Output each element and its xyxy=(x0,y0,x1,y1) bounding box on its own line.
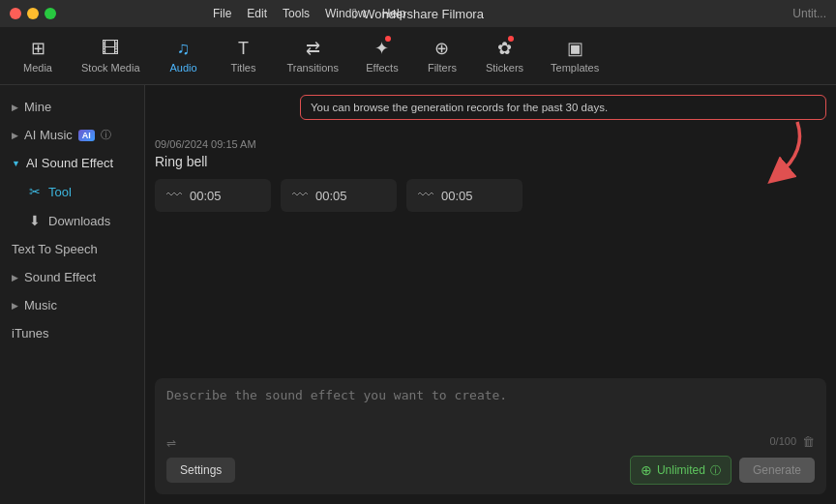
transitions-label: Transitions xyxy=(287,62,339,74)
sidebar-label-ai-music: AI Music xyxy=(24,128,73,142)
templates-label: Templates xyxy=(551,62,599,74)
gen-date: 09/06/2024 09:15 AM xyxy=(155,138,826,150)
menu-tools[interactable]: Tools xyxy=(283,7,310,20)
document-title: Untit... xyxy=(792,7,826,20)
sidebar-item-text-to-speech[interactable]: Text To Speech xyxy=(0,235,144,263)
menu-file[interactable]: File xyxy=(213,7,231,20)
tool-media[interactable]: ⊞ Media xyxy=(10,32,66,79)
music-expand: ▶ xyxy=(12,301,18,311)
generate-button[interactable]: Generate xyxy=(739,458,815,483)
sidebar: ▶ Mine ▶ AI Music AI ⓘ ▼ AI Sound Effect… xyxy=(0,85,145,504)
templates-icon: ▣ xyxy=(567,38,583,59)
unlimited-info-icon: ⓘ xyxy=(710,463,721,478)
tooltip-box: You can browse the generation records fo… xyxy=(300,95,826,120)
traffic-lights xyxy=(10,8,56,19)
tool-icon: ✂ xyxy=(27,184,43,199)
main-layout: ▶ Mine ▶ AI Music AI ⓘ ▼ AI Sound Effect… xyxy=(0,85,836,504)
tool-templates[interactable]: ▣ Templates xyxy=(539,32,611,79)
menu-edit[interactable]: Edit xyxy=(247,7,267,20)
toolbar: ⊞ Media 🎞 Stock Media ♫ Audio T Titles ⇄… xyxy=(0,27,836,85)
content-area: You can browse the generation records fo… xyxy=(145,85,836,504)
sidebar-item-ai-music[interactable]: ▶ AI Music AI ⓘ xyxy=(0,121,144,149)
audio-icon: ♫ xyxy=(177,39,191,59)
media-label: Media xyxy=(23,62,52,74)
expand-icon: ▶ xyxy=(12,103,18,112)
duration-1: 00:05 xyxy=(190,189,222,203)
tooltip-text: You can browse the generation records fo… xyxy=(311,102,608,113)
titles-icon: T xyxy=(238,39,249,59)
sidebar-item-sound-effect[interactable]: ▶ Sound Effect xyxy=(0,263,144,291)
stickers-icon: ✿ xyxy=(497,38,512,59)
expand-icon-ai: ▶ xyxy=(12,131,18,140)
unlimited-label: Unlimited xyxy=(657,463,705,477)
sidebar-item-music[interactable]: ▶ Music xyxy=(0,291,144,319)
filters-icon: ⊕ xyxy=(434,38,449,59)
tool-audio[interactable]: ♫ Audio xyxy=(156,33,212,79)
sound-effect-expand: ▶ xyxy=(12,273,18,282)
duration-2: 00:05 xyxy=(315,189,347,203)
sidebar-label-itunes: iTunes xyxy=(12,326,49,341)
unlimited-button[interactable]: ⊕ Unlimited ⓘ xyxy=(630,456,732,485)
waveform-icon-1: 〰 xyxy=(166,187,182,204)
sound-card-1[interactable]: 〰 00:05 xyxy=(155,179,271,212)
sound-cards: 〰 00:05 〰 00:05 〰 00:05 xyxy=(155,179,826,212)
stock-media-label: Stock Media xyxy=(81,62,140,74)
menu-window[interactable]: Window xyxy=(325,7,367,20)
generated-section: 09/06/2024 09:15 AM Ring bell 〰 00:05 〰 … xyxy=(155,138,826,212)
transitions-icon: ⇄ xyxy=(306,38,320,59)
effects-icon: ✦ xyxy=(374,38,389,59)
shuffle-icon[interactable]: ⇌ xyxy=(166,436,176,450)
waveform-icon-3: 〰 xyxy=(418,187,433,204)
tool-stock-media[interactable]: 🎞 Stock Media xyxy=(70,33,152,79)
close-button[interactable] xyxy=(10,8,21,19)
unlimited-icon: ⊕ xyxy=(641,462,652,478)
menu-help[interactable]: Help xyxy=(382,7,406,20)
sidebar-item-mine[interactable]: ▶ Mine xyxy=(0,93,144,121)
sidebar-item-ai-sound-effect[interactable]: ▼ AI Sound Effect xyxy=(0,149,144,177)
ai-badge: AI xyxy=(78,130,95,141)
menu-bar: File Edit Tools Window Help xyxy=(194,0,836,27)
waveform-icon-2: 〰 xyxy=(292,187,308,204)
sidebar-item-tool[interactable]: ✂ Tool xyxy=(0,177,144,206)
stickers-label: Stickers xyxy=(486,62,523,74)
input-area: ⇌ 0/100 🗑 Settings ⊕ Unlimited ⓘ Generat… xyxy=(155,378,826,494)
sidebar-item-downloads[interactable]: ⬇ Downloads xyxy=(0,206,144,235)
minimize-button[interactable] xyxy=(27,8,39,19)
tool-filters[interactable]: ⊕ Filters xyxy=(414,32,470,79)
sidebar-label-tool: Tool xyxy=(48,185,72,199)
sidebar-label-music: Music xyxy=(24,298,57,312)
downloads-icon: ⬇ xyxy=(27,213,43,228)
sidebar-label-downloads: Downloads xyxy=(48,214,110,228)
maximize-button[interactable] xyxy=(45,8,56,19)
effects-label: Effects xyxy=(366,62,398,74)
sound-card-2[interactable]: 〰 00:05 xyxy=(281,179,397,212)
gen-title: Ring bell xyxy=(155,154,826,169)
tool-titles[interactable]: T Titles xyxy=(216,33,272,79)
input-footer: Settings ⊕ Unlimited ⓘ Generate xyxy=(166,456,815,485)
tool-transitions[interactable]: ⇄ Transitions xyxy=(276,32,350,79)
tool-effects[interactable]: ✦ Effects xyxy=(354,32,410,79)
sound-card-3[interactable]: 〰 00:05 xyxy=(406,179,522,212)
filters-label: Filters xyxy=(428,62,457,74)
sidebar-label-mine: Mine xyxy=(24,100,51,114)
char-count: 0/100 xyxy=(769,435,796,447)
input-actions: ⊕ Unlimited ⓘ Generate xyxy=(630,456,815,485)
duration-3: 00:05 xyxy=(441,189,473,203)
tool-stickers[interactable]: ✿ Stickers xyxy=(474,32,535,79)
sidebar-label-tts: Text To Speech xyxy=(12,242,98,256)
sidebar-label-ai-sound: AI Sound Effect xyxy=(26,156,113,170)
stock-media-icon: 🎞 xyxy=(102,39,119,59)
prompt-input[interactable] xyxy=(166,388,815,427)
expand-arrow-sound: ▼ xyxy=(12,159,20,168)
trash-icon[interactable]: 🗑 xyxy=(802,434,815,449)
sidebar-label-sound-effect: Sound Effect xyxy=(24,270,96,284)
titles-label: Titles xyxy=(231,62,256,74)
settings-button[interactable]: Settings xyxy=(166,458,235,483)
info-icon: ⓘ xyxy=(101,128,111,142)
titlebar:  Wondershare Filmora File Edit Tools Wi… xyxy=(0,0,836,27)
sidebar-item-itunes[interactable]: iTunes xyxy=(0,319,144,347)
media-icon: ⊞ xyxy=(31,38,45,59)
audio-label: Audio xyxy=(169,62,196,74)
